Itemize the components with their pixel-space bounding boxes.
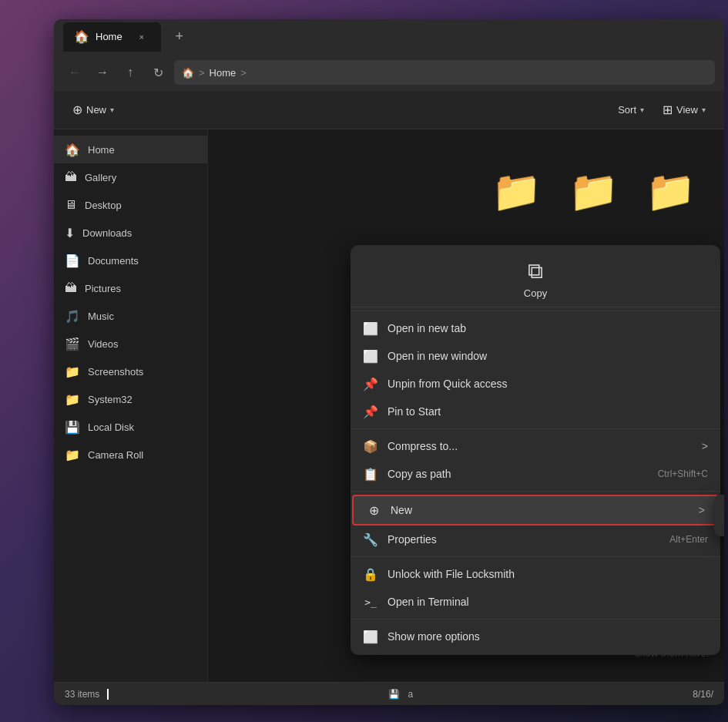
sidebar-item-screenshots[interactable]: 📁 Screenshots	[54, 358, 207, 385]
cm-pin-to-start[interactable]: 📌 Pin to Start	[351, 398, 720, 425]
sidebar-item-gallery[interactable]: 🏔 Gallery	[54, 163, 207, 191]
cm-properties-shortcut: Alt+Enter	[669, 534, 708, 545]
cm-terminal-label: Open in Terminal	[387, 596, 469, 608]
view-action-chevron: ▾	[702, 106, 706, 114]
cm-divider-3	[351, 491, 720, 492]
cm-open-new-window-icon: ⬜	[363, 348, 378, 364]
sidebar-item-videos[interactable]: 🎬 Videos	[54, 330, 207, 358]
new-action-icon: ⊕	[72, 102, 82, 117]
context-menu: ⧉ Copy ⬜ Open in new tab ⬜ Open in new w…	[351, 245, 720, 655]
local-disk-sidebar-icon: 💾	[65, 420, 80, 435]
pictures-sidebar-label: Pictures	[85, 283, 121, 294]
address-bar[interactable]: 🏠 > Home >	[174, 60, 715, 85]
status-bar: 33 items 💾 a 8/16/	[54, 682, 724, 705]
home-sidebar-icon: 🏠	[65, 143, 80, 157]
explorer-tab[interactable]: 🏠 Home ×	[63, 22, 161, 52]
cm-copy-as-path[interactable]: 📋 Copy as path Ctrl+Shift+C	[351, 460, 720, 488]
desktop-sidebar-label: Desktop	[85, 200, 122, 211]
sidebar-item-documents[interactable]: 📄 Documents	[54, 247, 207, 274]
folder-item-generic[interactable]: 📁	[639, 168, 701, 215]
new-action-button[interactable]: ⊕ New ▾	[65, 97, 122, 123]
navigation-toolbar: ← → ↑ ↻ 🏠 > Home >	[54, 54, 724, 91]
close-tab-button[interactable]: ×	[133, 29, 150, 45]
yellow-folder-icon: 📁	[646, 168, 696, 215]
home-sidebar-label: Home	[88, 144, 115, 156]
sidebar: 🏠 Home 🏔 Gallery 🖥 Desktop ⬇ Downloads 📄…	[54, 129, 208, 705]
view-action-icon: ⊞	[663, 102, 673, 117]
cm-new[interactable]: ⊕ New > 📁 Folder	[352, 495, 719, 526]
action-toolbar: ⊕ New ▾ Sort ▾ ⊞ View ▾	[54, 91, 724, 129]
camera-roll-sidebar-icon: 📁	[65, 448, 80, 462]
cm-divider-2	[351, 428, 720, 429]
sort-action-button[interactable]: Sort ▾	[610, 97, 652, 123]
cm-pin-to-start-label: Pin to Start	[387, 405, 441, 418]
cm-compress-to[interactable]: 📦 Compress to... >	[351, 432, 720, 460]
cm-divider-1	[351, 311, 720, 311]
cm-new-icon: ⊕	[366, 502, 381, 518]
cm-compress-label: Compress to...	[387, 440, 458, 452]
status-cursor	[107, 689, 109, 700]
local-disk-sidebar-label: Local Disk	[88, 421, 134, 433]
cm-unpin-quick-access[interactable]: 📌 Unpin from Quick access	[351, 370, 720, 398]
cm-open-new-tab-label: Open in new tab	[387, 322, 466, 334]
screenshots-sidebar-label: Screenshots	[88, 366, 143, 378]
folder-item-downloads[interactable]: 📁	[485, 168, 547, 215]
cm-unpin-icon: 📌	[363, 376, 378, 391]
folder-grid: 📁 📁 📁	[470, 153, 716, 230]
cm-more-icon: ⬜	[363, 629, 378, 644]
sidebar-item-home[interactable]: 🏠 Home	[54, 136, 207, 163]
cm-properties[interactable]: 🔧 Properties Alt+Enter	[351, 526, 720, 553]
cm-open-terminal[interactable]: >_ Open in Terminal	[351, 588, 720, 616]
sidebar-item-local-disk[interactable]: 💾 Local Disk	[54, 413, 207, 441]
desktop-sidebar-icon: 🖥	[65, 198, 77, 212]
cm-unlock-label: Unlock with File Locksmith	[387, 568, 515, 580]
item-count: 33 items	[65, 689, 99, 700]
cm-more-label: Show more options	[387, 630, 480, 643]
documents-sidebar-icon: 📄	[65, 254, 80, 268]
sidebar-item-music[interactable]: 🎵 Music	[54, 302, 207, 330]
main-area: 🏠 Home 🏔 Gallery 🖥 Desktop ⬇ Downloads 📄…	[54, 129, 724, 705]
tab-title: Home	[96, 31, 122, 42]
videos-sidebar-label: Videos	[88, 338, 119, 350]
cm-show-more-options[interactable]: ⬜ Show more options	[351, 623, 720, 650]
address-separator-2: >	[240, 67, 247, 79]
cm-divider-4	[351, 556, 720, 557]
sidebar-item-system32[interactable]: 📁 System32	[54, 385, 207, 413]
cm-open-new-tab-icon: ⬜	[363, 321, 378, 336]
sidebar-item-pictures[interactable]: 🏔 Pictures	[54, 274, 207, 302]
cm-new-label: New	[391, 504, 412, 516]
new-action-label: New	[86, 104, 106, 116]
sort-action-label: Sort	[618, 104, 636, 116]
cm-divider-5	[351, 619, 720, 620]
cm-open-new-window[interactable]: ⬜ Open in new window	[351, 342, 720, 370]
music-sidebar-label: Music	[88, 311, 114, 322]
camera-roll-sidebar-label: Camera Roll	[88, 449, 143, 461]
folder-item-music[interactable]: 📁	[562, 168, 624, 215]
sidebar-item-desktop[interactable]: 🖥 Desktop	[54, 191, 207, 219]
view-action-button[interactable]: ⊞ View ▾	[655, 97, 713, 123]
sidebar-item-camera-roll[interactable]: 📁 Camera Roll	[54, 441, 207, 468]
cm-properties-icon: 🔧	[363, 532, 378, 547]
address-home-icon: 🏠	[182, 67, 194, 79]
submenu-folder[interactable]: 📁 Folder	[714, 499, 724, 532]
up-button[interactable]: ↑	[119, 61, 142, 84]
submenu-new: 📁 Folder	[714, 495, 724, 536]
music-sidebar-icon: 🎵	[65, 309, 80, 324]
refresh-button[interactable]: ↻	[146, 61, 169, 84]
cm-pin-icon: 📌	[363, 404, 378, 419]
cm-open-new-tab[interactable]: ⬜ Open in new tab	[351, 314, 720, 342]
back-button[interactable]: ←	[63, 61, 86, 84]
cm-open-new-window-label: Open in new window	[387, 350, 487, 362]
context-menu-header: ⧉ Copy	[351, 250, 720, 307]
explorer-window: 🏠 Home × + ← → ↑ ↻ 🏠 > Home > ⊕ New ▾ So…	[54, 19, 724, 705]
tab-home-icon: 🏠	[74, 29, 89, 44]
drive-icon: 💾	[388, 689, 400, 700]
sort-action-chevron: ▾	[640, 106, 644, 114]
new-tab-button[interactable]: +	[169, 26, 190, 48]
screenshots-sidebar-icon: 📁	[65, 364, 80, 379]
cm-unlock-locksmith[interactable]: 🔒 Unlock with File Locksmith	[351, 560, 720, 588]
forward-button[interactable]: →	[91, 61, 114, 84]
system32-sidebar-icon: 📁	[65, 392, 80, 407]
view-action-label: View	[676, 104, 698, 116]
sidebar-item-downloads[interactable]: ⬇ Downloads	[54, 219, 207, 247]
